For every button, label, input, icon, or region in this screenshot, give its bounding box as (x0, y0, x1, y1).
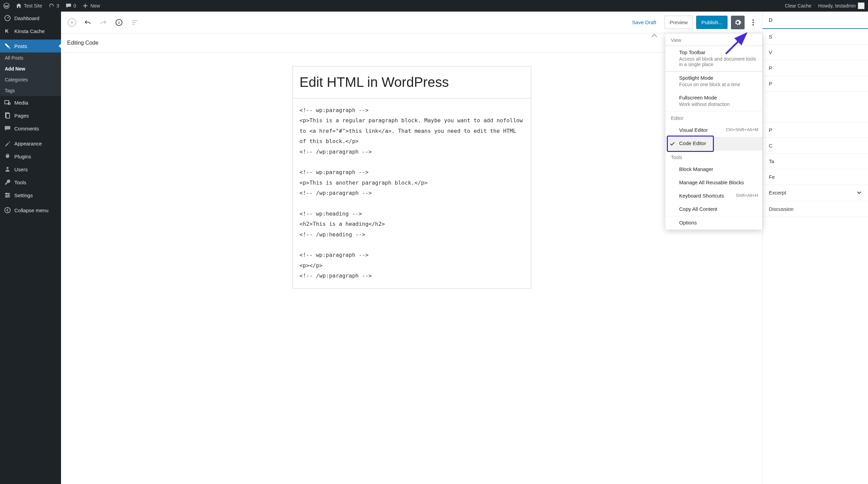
sidebar-item-appearance[interactable]: Appearance (0, 137, 61, 150)
editor-toolbar: Save Draft Preview Publish... (61, 12, 762, 33)
panel-discussion[interactable]: Discussion (763, 201, 868, 217)
avatar (858, 2, 865, 9)
sidebar-item-pages[interactable]: Pages (0, 109, 61, 122)
chevron-down-icon (856, 190, 862, 196)
post-title-input[interactable]: Edit HTML in WordPress (293, 66, 531, 98)
add-block-button[interactable] (65, 16, 79, 29)
more-options-menu: View Top Toolbar Access all block and do… (665, 33, 762, 230)
updates-link[interactable]: 3 (48, 3, 59, 9)
menu-section-view: View (665, 33, 762, 46)
redo-button[interactable] (96, 16, 110, 29)
howdy-link[interactable]: Howdy, testadmin (818, 2, 865, 9)
publish-button[interactable]: Publish... (696, 16, 728, 29)
panel-row[interactable]: S (763, 29, 868, 45)
panel-row[interactable]: V (763, 45, 868, 60)
wp-logo[interactable] (3, 3, 10, 9)
svg-point-9 (8, 194, 9, 196)
posts-submenu: All Posts Add New Categories Tags (0, 52, 61, 96)
svg-point-15 (752, 19, 754, 21)
settings-button[interactable] (731, 16, 745, 29)
new-label: New (90, 3, 100, 9)
info-button[interactable] (112, 16, 126, 29)
menu-fullscreen-mode[interactable]: Fullscreen Mode Work without distraction (665, 91, 762, 111)
editor-body: Edit HTML in WordPress <!-- wp:paragraph… (61, 52, 762, 484)
panel-row[interactable]: P (763, 76, 868, 92)
scrollbar[interactable] (651, 33, 657, 484)
editing-code-label: Editing Code (67, 40, 99, 46)
sidebar-item-settings[interactable]: Settings (0, 189, 61, 202)
code-editor-subheader: Editing Code Exit Code Editor (61, 33, 762, 52)
svg-point-8 (6, 193, 7, 194)
sidebar-item-dashboard[interactable]: Dashboard (0, 12, 61, 25)
sidebar-item-users[interactable]: Users (0, 163, 61, 176)
panel-row[interactable]: C (763, 138, 868, 154)
svg-point-10 (6, 196, 7, 198)
sidebar-item-tools[interactable]: Tools (0, 176, 61, 189)
new-link[interactable]: New (82, 3, 100, 9)
menu-visual-editor[interactable]: Visual Editor Ctrl+Shift+Alt+M (665, 124, 762, 137)
preview-button[interactable]: Preview (664, 16, 693, 29)
site-link[interactable]: Test Site (16, 3, 42, 9)
sidebar-item-posts[interactable]: Posts (0, 40, 61, 52)
menu-keyboard-shortcuts[interactable]: Keyboard ShortcutsShift+Alt+H (665, 189, 762, 203)
more-vertical-icon (752, 18, 754, 27)
sidebar-collapse[interactable]: Collapse menu (0, 204, 61, 217)
panel-row[interactable] (763, 92, 868, 122)
submenu-all-posts[interactable]: All Posts (0, 52, 61, 63)
site-name: Test Site (24, 3, 42, 9)
gear-icon (734, 19, 742, 26)
panel-row[interactable]: P (763, 122, 868, 138)
panel-row[interactable]: P (763, 60, 868, 76)
menu-section-editor: Editor (665, 111, 762, 124)
submenu-add-new[interactable]: Add New (0, 63, 61, 74)
menu-options[interactable]: Options (665, 216, 762, 230)
updates-count: 3 (57, 3, 59, 9)
menu-top-toolbar[interactable]: Top Toolbar Access all block and documen… (665, 46, 762, 72)
outline-button[interactable] (128, 16, 141, 29)
check-icon (670, 141, 675, 147)
submenu-categories[interactable]: Categories (0, 74, 61, 85)
svg-point-14 (119, 21, 119, 21)
sidebar-item-comments[interactable]: Comments (0, 122, 61, 135)
more-menu-button[interactable] (748, 16, 758, 29)
sidebar-item-kinsta[interactable]: KKinsta Cache (0, 25, 61, 37)
svg-text:K: K (5, 28, 9, 34)
editor-main: Save Draft Preview Publish... Editing Co… (61, 12, 762, 484)
code-editor-textarea[interactable]: <!-- wp:paragraph --> <p>This is a regul… (293, 98, 531, 288)
panel-row[interactable]: Ta (763, 154, 868, 169)
sidebar-item-media[interactable]: Media (0, 96, 61, 109)
sidebar-item-plugins[interactable]: Plugins (0, 150, 61, 163)
svg-point-16 (752, 22, 754, 23)
document-panel: D S V P P P C Ta Fe Excerpt Discussion (762, 12, 868, 484)
admin-bar: Test Site 3 0 New Clear Cache Howdy, tes… (0, 0, 868, 12)
menu-block-manager[interactable]: Block Manager (665, 163, 762, 176)
save-draft-button[interactable]: Save Draft (627, 16, 661, 29)
panel-excerpt[interactable]: Excerpt (763, 185, 868, 201)
svg-point-17 (752, 24, 754, 26)
document-tab[interactable]: D (763, 12, 868, 29)
menu-section-tools: Tools (665, 151, 762, 163)
menu-reusable-blocks[interactable]: Manage All Reusable Blocks (665, 176, 762, 189)
comments-link[interactable]: 0 (65, 3, 76, 9)
svg-point-4 (8, 103, 10, 105)
menu-code-editor[interactable]: Code Editor (665, 137, 762, 150)
menu-copy-all[interactable]: Copy All Content (665, 203, 762, 216)
svg-point-7 (6, 167, 9, 169)
comments-count: 0 (74, 3, 76, 9)
svg-rect-6 (6, 113, 10, 118)
clear-cache-link[interactable]: Clear Cache (785, 3, 811, 9)
panel-row[interactable]: Fe (763, 169, 868, 185)
svg-point-11 (5, 207, 10, 213)
submenu-tags[interactable]: Tags (0, 85, 61, 96)
menu-spotlight-mode[interactable]: Spotlight Mode Focus on one block at a t… (665, 72, 762, 91)
undo-button[interactable] (81, 16, 94, 29)
admin-sidebar: Dashboard KKinsta Cache Posts All Posts … (0, 12, 61, 484)
